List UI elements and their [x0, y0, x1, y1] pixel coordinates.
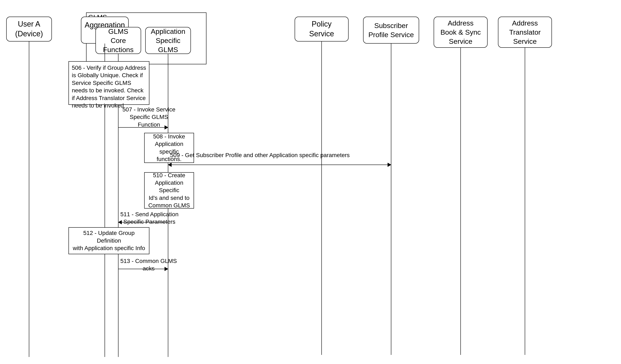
actor-glms-core: GLMSCore Functions [95, 27, 141, 54]
sequence-diagram: GLMS User A(Device) AggregationProxy GLM… [0, 0, 621, 364]
msg-509-label: 509 - Get Subscriber Profile and other A… [170, 152, 350, 159]
msg-509-arrow [168, 165, 391, 165]
msg-511-label: 511 - Send ApplicationSpecific Parameter… [120, 211, 178, 226]
actor-sub-profile: SubscriberProfile Service [363, 17, 419, 44]
lifeline-policy [321, 41, 322, 355]
msg-506-box: 506 - Verify if Group Address is Globall… [69, 61, 149, 105]
actor-policy: Policy Service [295, 17, 349, 41]
msg-513-label: 513 - Common GLMSacks [120, 257, 177, 273]
actor-user-a: User A(Device) [6, 17, 52, 41]
lifeline-addr-trans [525, 48, 525, 355]
msg-513-arrow [119, 269, 168, 269]
msg-507-label: 507 - Invoke ServiceSpecific GLMSFunctio… [122, 106, 175, 128]
msg-507-arrow [119, 127, 168, 128]
lifeline-user-a [29, 41, 29, 357]
actor-app-glms: ApplicationSpecific GLMS [145, 27, 191, 54]
lifeline-sub-profile [391, 44, 391, 355]
msg-512-box: 512 - Update Group Definitionwith Applic… [69, 227, 149, 254]
msg-510-box: 510 - CreateApplication SpecificId's and… [144, 172, 194, 208]
actor-addr-trans: AddressTranslatorService [498, 17, 552, 48]
actor-addr-book: AddressBook & SyncService [434, 17, 488, 48]
lifeline-addr-book [460, 48, 461, 355]
msg-511-arrow [119, 222, 168, 223]
